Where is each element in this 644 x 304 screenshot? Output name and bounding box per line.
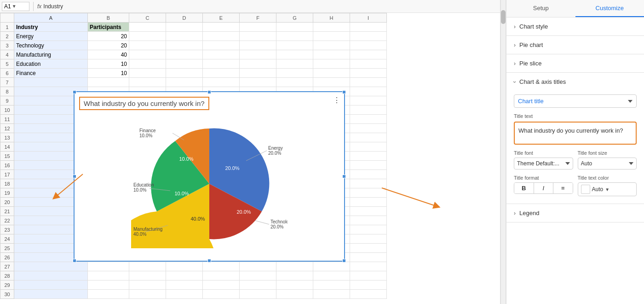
tab-setup[interactable]: Setup <box>506 0 575 17</box>
cell-empty[interactable] <box>350 170 387 179</box>
cell-empty[interactable] <box>350 59 387 69</box>
cell-empty[interactable] <box>313 78 350 87</box>
chart-overlay[interactable]: What industry do you currently work in? … <box>74 91 345 262</box>
cell-b[interactable] <box>88 271 129 281</box>
col-header-g[interactable]: G <box>276 13 313 23</box>
cell-empty[interactable] <box>350 96 387 105</box>
cell-empty[interactable] <box>350 124 387 133</box>
resize-handle-bl[interactable] <box>73 259 76 263</box>
scrollbar[interactable] <box>500 0 506 304</box>
format-btn-bold[interactable]: B <box>514 183 534 193</box>
cell-empty[interactable] <box>166 69 203 78</box>
cell-empty[interactable] <box>240 23 276 32</box>
tab-customize[interactable]: Customize <box>575 0 644 17</box>
cell-empty[interactable] <box>129 69 166 78</box>
col-header-e[interactable]: E <box>203 13 240 23</box>
cell-empty[interactable] <box>313 290 350 299</box>
cell-empty[interactable] <box>350 253 387 262</box>
cell-empty[interactable] <box>203 23 240 32</box>
cell-empty[interactable] <box>203 41 240 50</box>
cell-a[interactable] <box>14 281 88 290</box>
cell-empty[interactable] <box>350 50 387 59</box>
cell-empty[interactable] <box>166 262 203 271</box>
cell-b[interactable]: 10 <box>88 69 129 78</box>
col-header-b[interactable]: B <box>88 13 129 23</box>
section-chart-axis-titles-header[interactable]: › Chart & axis titles <box>506 73 644 91</box>
cell-empty[interactable] <box>350 105 387 115</box>
cell-empty[interactable] <box>129 41 166 50</box>
cell-empty[interactable] <box>313 262 350 271</box>
cell-empty[interactable] <box>350 234 387 244</box>
col-header-c[interactable]: C <box>129 13 166 23</box>
cell-empty[interactable] <box>350 262 387 271</box>
resize-handle-br[interactable] <box>342 259 346 263</box>
cell-empty[interactable] <box>276 41 313 50</box>
cell-b[interactable] <box>88 78 129 87</box>
section-pie-slice-header[interactable]: › Pie slice <box>506 54 644 72</box>
cell-empty[interactable] <box>129 23 166 32</box>
cell-empty[interactable] <box>313 50 350 59</box>
cell-empty[interactable] <box>240 50 276 59</box>
cell-empty[interactable] <box>350 69 387 78</box>
cell-empty[interactable] <box>166 32 203 41</box>
title-text-input[interactable]: What industry do you currently work in? <box>514 122 637 145</box>
cell-empty[interactable] <box>350 32 387 41</box>
cell-empty[interactable] <box>129 262 166 271</box>
cell-empty[interactable] <box>350 87 387 96</box>
cell-empty[interactable] <box>166 78 203 87</box>
cell-a[interactable]: Manufacturing <box>14 50 88 59</box>
col-header-i[interactable]: I <box>350 13 387 23</box>
cell-ref-box[interactable]: A1 ▼ <box>2 2 29 11</box>
cell-empty[interactable] <box>276 69 313 78</box>
cell-empty[interactable] <box>166 41 203 50</box>
col-header-h[interactable]: H <box>313 13 350 23</box>
cell-empty[interactable] <box>203 78 240 87</box>
cell-empty[interactable] <box>276 50 313 59</box>
cell-empty[interactable] <box>240 32 276 41</box>
cell-empty[interactable] <box>350 244 387 253</box>
grid-container[interactable]: A B C D E F G H I 1IndustryParticipants2… <box>0 13 500 304</box>
scrollbar-thumb[interactable] <box>501 10 506 24</box>
cell-empty[interactable] <box>350 78 387 87</box>
cell-empty[interactable] <box>129 50 166 59</box>
cell-empty[interactable] <box>240 262 276 271</box>
cell-ref-dropdown-arrow[interactable]: ▼ <box>12 4 17 9</box>
chart-menu-dots[interactable]: ⋮ <box>333 96 340 105</box>
col-header-f[interactable]: F <box>240 13 276 23</box>
cell-a[interactable] <box>14 262 88 271</box>
cell-b[interactable]: Participants <box>88 23 129 32</box>
cell-empty[interactable] <box>240 271 276 281</box>
cell-empty[interactable] <box>350 281 387 290</box>
cell-empty[interactable] <box>350 23 387 32</box>
cell-empty[interactable] <box>203 59 240 69</box>
cell-empty[interactable] <box>166 50 203 59</box>
cell-empty[interactable] <box>313 69 350 78</box>
cell-empty[interactable] <box>240 78 276 87</box>
col-header-a[interactable]: A <box>14 13 88 23</box>
cell-empty[interactable] <box>350 115 387 124</box>
cell-empty[interactable] <box>350 142 387 152</box>
cell-a[interactable]: Industry <box>14 23 88 32</box>
cell-empty[interactable] <box>166 59 203 69</box>
cell-empty[interactable] <box>166 281 203 290</box>
cell-empty[interactable] <box>276 23 313 32</box>
cell-empty[interactable] <box>240 59 276 69</box>
cell-b[interactable]: 20 <box>88 32 129 41</box>
cell-a[interactable] <box>14 290 88 299</box>
cell-b[interactable]: 40 <box>88 50 129 59</box>
cell-empty[interactable] <box>129 32 166 41</box>
cell-empty[interactable] <box>313 32 350 41</box>
chart-title-dropdown[interactable]: Chart title Subtitle Horizontal axis tit… <box>514 94 637 108</box>
color-selector[interactable]: Auto ▼ <box>578 182 637 196</box>
cell-empty[interactable] <box>313 41 350 50</box>
cell-empty[interactable] <box>203 69 240 78</box>
cell-b[interactable]: 10 <box>88 59 129 69</box>
cell-empty[interactable] <box>240 281 276 290</box>
cell-a[interactable]: Technology <box>14 41 88 50</box>
cell-empty[interactable] <box>350 41 387 50</box>
section-pie-chart-header[interactable]: › Pie chart <box>506 36 644 54</box>
cell-empty[interactable] <box>240 41 276 50</box>
cell-empty[interactable] <box>350 290 387 299</box>
cell-a[interactable]: Finance <box>14 69 88 78</box>
formula-input[interactable]: Industry <box>43 3 498 10</box>
